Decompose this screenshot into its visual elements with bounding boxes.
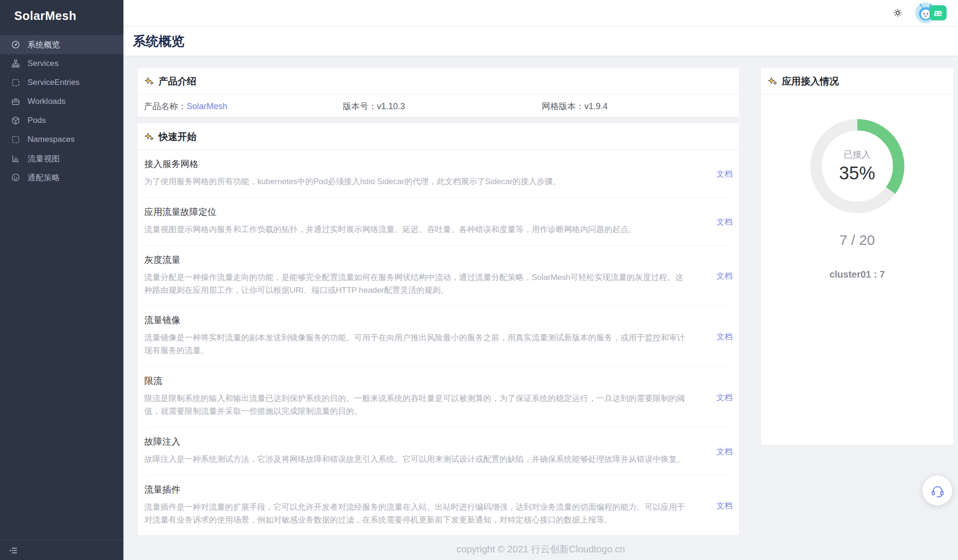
field-value: v1.10.3 <box>377 102 405 111</box>
namespaces-icon <box>11 135 20 144</box>
sidebar-item-label: 流量视图 <box>28 153 60 164</box>
sidebar-item-pods[interactable]: Pods <box>0 111 123 130</box>
sidebar-item-label: ServiceEntries <box>28 78 80 87</box>
content-area: 产品介绍 产品名称：SolarMesh 版本号：v1.10.3 网格版本：v1.… <box>123 56 958 560</box>
field-label: 网格版本： <box>542 102 584 111</box>
sidebar-item-label: 系统概览 <box>28 39 60 50</box>
donut-center-label: 已接入 35% <box>805 113 910 219</box>
sidebar-item-namespaces[interactable]: Namespaces <box>0 130 123 149</box>
sidebar: SolarMesh 系统概览 Services ServiceEntries W… <box>0 0 123 560</box>
app-access-header: 应用接入情况 <box>761 68 953 94</box>
donut-percent: 35% <box>839 163 875 184</box>
product-name-field: 产品名称：SolarMesh <box>144 101 227 112</box>
donut-label: 已接入 <box>844 149 871 161</box>
quickstart-item-title: 流量镜像 <box>144 314 685 327</box>
quickstart-header: 快速开始 <box>138 123 739 150</box>
doc-link[interactable]: 文档 <box>716 331 733 342</box>
quickstart-item: 灰度流量 流量分配是一种操作流量走向的功能，是能够完全配置流量如何在服务网状结构… <box>144 246 733 307</box>
app-access-card: 应用接入情况 已接入 35% 7 / 20 cluster01 : 7 <box>761 68 953 445</box>
product-intro-header: 产品介绍 <box>138 68 739 94</box>
doc-link[interactable]: 文档 <box>716 392 733 402</box>
top-bar: æ <box>123 0 958 26</box>
field-value: v1.9.4 <box>584 102 608 111</box>
policy-icon <box>11 173 20 182</box>
ae-badge[interactable]: æ <box>930 5 947 20</box>
doc-link[interactable]: 文档 <box>716 271 733 281</box>
quickstart-item-desc: 流量视图显示网格内服务和工作负载的拓扑，并通过实时展示网络流量、延迟、吞吐量、各… <box>144 224 685 236</box>
access-ratio: 7 / 20 <box>761 232 953 248</box>
user-avatar-group: æ <box>915 2 947 23</box>
field-label: 版本号： <box>343 102 377 111</box>
sidebar-item-service-entries[interactable]: ServiceEntries <box>0 73 123 92</box>
collapse-sidebar-icon[interactable] <box>9 546 18 555</box>
copyright-footer: copyright © 2021 行云创新Cloudtogo.cn <box>123 543 958 556</box>
sparkle-icon <box>144 132 154 142</box>
cluster-count: cluster01 : 7 <box>761 269 953 280</box>
doc-link[interactable]: 文档 <box>716 168 733 179</box>
quickstart-item-desc: 流量分配是一种操作流量走向的功能，是能够完全配置流量如何在服务网状结构中流动，通… <box>144 271 685 297</box>
quickstart-card: 快速开始 接入服务网格 为了使用服务网格的所有功能，kubernetes中的Po… <box>138 123 739 535</box>
sidebar-item-label: Pods <box>28 116 46 125</box>
sidebar-item-policy[interactable]: 通配策略 <box>0 168 123 187</box>
product-name-link[interactable]: SolarMesh <box>187 102 227 111</box>
workloads-icon <box>11 97 20 106</box>
mesh-version-field: 网格版本：v1.9.4 <box>542 101 608 112</box>
title-bar: 系统概览 <box>123 27 958 56</box>
quickstart-item-desc: 限流是限制系统的输入和输出流量已达到保护系统的目的。一般来说系统的吞吐量是可以被… <box>144 392 685 418</box>
quickstart-item-title: 灰度流量 <box>144 254 685 266</box>
sidebar-footer <box>0 540 123 560</box>
app-logo: SolarMesh <box>0 0 123 30</box>
sidebar-item-label: Workloads <box>28 97 66 106</box>
sidebar-item-label: Namespaces <box>28 135 75 144</box>
product-info-row: 产品名称：SolarMesh 版本号：v1.10.3 网格版本：v1.9.4 <box>138 94 739 117</box>
quickstart-item-title: 接入服务网格 <box>144 158 685 170</box>
section-title: 应用接入情况 <box>782 75 839 88</box>
quickstart-item: 接入服务网格 为了使用服务网格的所有功能，kubernetes中的Pod必须接入… <box>144 150 733 198</box>
sidebar-item-label: Services <box>28 59 58 68</box>
quickstart-item-desc: 流量插件是一种对流量的扩展手段，它可以允许开发者对流经服务的流量在入站、出站时进… <box>144 501 685 527</box>
product-intro-card: 产品介绍 产品名称：SolarMesh 版本号：v1.10.3 网格版本：v1.… <box>138 68 739 117</box>
version-field: 版本号：v1.10.3 <box>343 101 405 112</box>
quickstart-item-desc: 流量镜像是一种将实时流量的副本发送到镜像服务的功能。可用于在向用户推出风险最小的… <box>144 332 685 357</box>
quickstart-item-desc: 为了使用服务网格的所有功能，kubernetes中的Pod必须接入Istio S… <box>144 176 685 188</box>
service-entries-icon <box>11 78 20 87</box>
quickstart-item-title: 限流 <box>144 375 685 387</box>
doc-link[interactable]: 文档 <box>716 446 733 457</box>
page-title: 系统概览 <box>133 33 184 50</box>
services-icon <box>11 59 20 68</box>
main-column: 产品介绍 产品名称：SolarMesh 版本号：v1.10.3 网格版本：v1.… <box>138 68 739 535</box>
quickstart-item-title: 故障注入 <box>144 436 685 448</box>
gear-icon[interactable] <box>892 7 904 19</box>
sparkle-icon <box>768 76 778 86</box>
access-donut-chart: 已接入 35% <box>805 113 910 219</box>
traffic-view-icon <box>11 154 20 163</box>
quickstart-item: 流量镜像 流量镜像是一种将实时流量的副本发送到镜像服务的功能。可用于在向用户推出… <box>144 306 733 367</box>
quickstart-item-desc: 故障注入是一种系统测试方法，它涉及将网络故障和错误故意引入系统。它可以用来测试设… <box>144 453 685 466</box>
sidebar-item-label: 通配策略 <box>28 172 60 183</box>
field-label: 产品名称： <box>144 102 187 111</box>
section-title: 快速开始 <box>159 131 197 143</box>
dashboard-icon <box>11 40 20 49</box>
section-title: 产品介绍 <box>159 75 197 88</box>
quickstart-list: 接入服务网格 为了使用服务网格的所有功能，kubernetes中的Pod必须接入… <box>138 150 739 535</box>
quickstart-item-title: 应用流量故障定位 <box>144 206 685 218</box>
sidebar-item-services[interactable]: Services <box>0 54 123 73</box>
sidebar-item-workloads[interactable]: Workloads <box>0 92 123 111</box>
doc-link[interactable]: 文档 <box>716 216 733 227</box>
quickstart-item: 故障注入 故障注入是一种系统测试方法，它涉及将网络故障和错误故意引入系统。它可以… <box>144 428 733 476</box>
doc-link[interactable]: 文档 <box>716 500 733 511</box>
support-float-button[interactable] <box>922 476 952 505</box>
quickstart-item: 限流 限流是限制系统的输入和输出流量已达到保护系统的目的。一般来说系统的吞吐量是… <box>144 367 733 428</box>
sidebar-item-traffic-view[interactable]: 流量视图 <box>0 149 123 168</box>
quickstart-item-title: 流量插件 <box>144 484 685 496</box>
quickstart-item: 流量插件 流量插件是一种对流量的扩展手段，它可以允许开发者对流经服务的流量在入站… <box>144 476 733 536</box>
pods-icon <box>11 116 20 125</box>
headset-icon <box>930 483 945 498</box>
sparkle-icon <box>144 76 154 86</box>
quickstart-item: 应用流量故障定位 流量视图显示网格内服务和工作负载的拓扑，并通过实时展示网络流量… <box>144 198 733 246</box>
sidebar-menu: 系统概览 Services ServiceEntries Workloads P… <box>0 35 123 187</box>
sidebar-item-overview[interactable]: 系统概览 <box>0 35 123 54</box>
